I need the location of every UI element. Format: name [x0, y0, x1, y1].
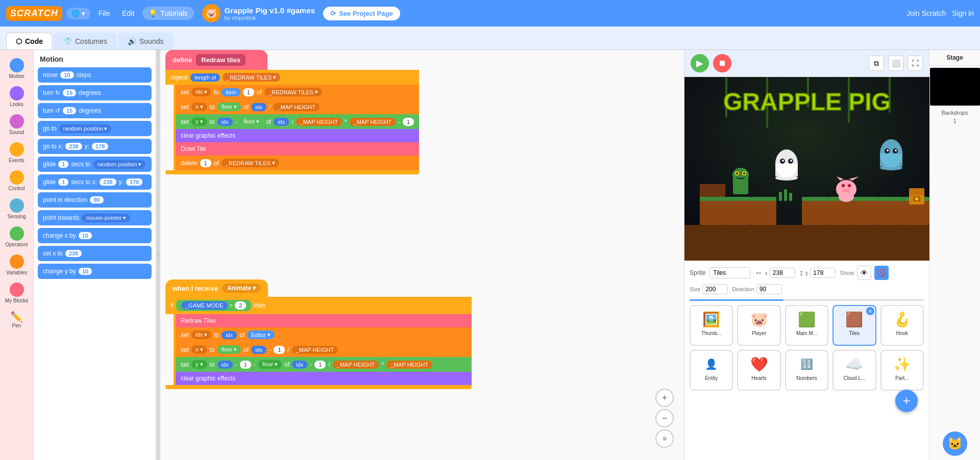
tutorials-button[interactable]: 💡 Tutorials [142, 7, 193, 20]
turn-ccw-value[interactable]: 15 [63, 107, 76, 114]
block-set-x[interactable]: set x to 238 [38, 246, 152, 261]
goto-y-value[interactable]: 178 [92, 143, 108, 150]
sprite-thumb-mainm[interactable]: 🟩 Main M... [785, 305, 828, 346]
fullscreen-button[interactable]: ⛶ [908, 56, 923, 71]
sprite-thumb-delete-icon[interactable]: ✕ [866, 307, 874, 315]
y-input[interactable] [810, 268, 836, 278]
scratch-cat-button[interactable]: 🐱 [943, 431, 967, 456]
sprite-thumb-cloudl[interactable]: ☁️ Cloud L... [832, 350, 876, 391]
sprite-header: Sprite ↔ x ↕ y Show 👁 🚫 [690, 266, 924, 294]
right-panel: ▶ ⏹ ⧉ ⬜ ⛶ [684, 50, 929, 460]
minus-1-value1[interactable]: 1 [274, 346, 285, 354]
sprite-name-input[interactable] [709, 267, 750, 278]
goto-x-value[interactable]: 238 [65, 143, 82, 150]
small-stage-button[interactable]: ⧉ [869, 56, 884, 71]
minus-1-value3[interactable]: 1 [314, 361, 326, 369]
sidebar-item-operators[interactable]: Operators [2, 223, 32, 250]
file-menu[interactable]: File [94, 7, 114, 19]
block-goto-random[interactable]: go to random position ▾ [38, 121, 152, 136]
sprite-thumb-tiles[interactable]: ✕ 🟫 Tiles [832, 305, 876, 346]
block-change-y[interactable]: change y by 10 [38, 264, 152, 279]
svg-rect-14 [878, 199, 904, 225]
sound-icon: 🔊 [128, 37, 136, 45]
block-goto-xy[interactable]: go to x: 238 y: 178 [38, 139, 152, 154]
one-value[interactable]: 1 [403, 118, 414, 126]
size-input[interactable] [702, 284, 728, 294]
see-project-button[interactable]: ⟳ See Project Page [323, 7, 400, 20]
block-move-steps[interactable]: move 10 steps [38, 67, 152, 83]
change-y-value[interactable]: 10 [79, 268, 92, 275]
minus-1-value2[interactable]: 1 [240, 361, 251, 369]
sidebar-item-motion[interactable]: Motion [2, 55, 32, 82]
set-x-value[interactable]: 238 [65, 250, 82, 257]
sidebar-item-looks[interactable]: Looks [2, 83, 32, 110]
sprite-thumb-hearts[interactable]: ❤️ Hearts [737, 350, 780, 391]
sidebar-item-variables[interactable]: Variables [2, 251, 32, 278]
x-input[interactable] [770, 268, 795, 278]
zoom-fit-button[interactable]: ≡ [655, 429, 674, 448]
sprite-thumb-numbers[interactable]: 🔢 Numbers [785, 350, 828, 391]
point-towards-dropdown[interactable]: mouse-pointer ▾ [82, 214, 130, 222]
script-area[interactable]: define Redraw tiles repeat length of _RE… [160, 50, 684, 460]
join-button[interactable]: Join Scratch [906, 9, 946, 17]
sprite-thumb-part[interactable]: ✨ Part... [880, 350, 924, 391]
edit-menu[interactable]: Edit [118, 7, 138, 19]
zoom-in-button[interactable]: + [655, 389, 674, 407]
sidebar-item-pen[interactable]: ✏️ Pen [2, 308, 32, 331]
svg-text:GRAPPLE PIG: GRAPPLE PIG [723, 88, 891, 115]
point-direction-value[interactable]: 90 [90, 196, 103, 203]
block-point-towards[interactable]: point towards mouse-pointer ▾ [38, 210, 152, 225]
sidebar-item-events[interactable]: Events [2, 139, 32, 166]
panel-divider[interactable] [156, 50, 160, 460]
show-eye-button[interactable]: 👁 [857, 266, 871, 280]
idx-ref3: idx [274, 118, 289, 126]
item-1-value[interactable]: 1 [243, 88, 254, 96]
block-point-direction[interactable]: point in direction 90 [38, 192, 152, 208]
tab-code[interactable]: ⬡ Code [6, 33, 53, 49]
sidebar-item-sound[interactable]: Sound [2, 111, 32, 138]
hide-eye-button[interactable]: 🚫 [874, 266, 889, 280]
thumb-img-numbers: 🔢 [794, 354, 819, 374]
tab-costumes[interactable]: 👕 Costumes [54, 33, 117, 49]
block-glide-xy[interactable]: glide 1 secs to x: 238 y: 178 [38, 174, 152, 190]
glide-secs-value[interactable]: 1 [58, 161, 68, 168]
sidebar-item-control[interactable]: Control [2, 167, 32, 194]
sign-in-button[interactable]: Sign in [952, 9, 974, 17]
sprite-thumb-thumbnail[interactable]: 🖼️ Thumb... [690, 305, 733, 346]
sound-label: Sound [9, 130, 24, 135]
goto-dropdown[interactable]: random position ▾ [59, 124, 111, 133]
move-steps-value[interactable]: 10 [60, 71, 74, 79]
block-glide-random[interactable]: glide 1 secs to random position ▾ [38, 157, 152, 172]
sprite-thumb-hook[interactable]: 🪝 Hook [880, 305, 924, 346]
change-x-value[interactable]: 10 [79, 232, 92, 239]
add-sprite-button[interactable]: + [895, 390, 918, 412]
block-turn-cw[interactable]: turn ↻ 15 degrees [38, 85, 152, 100]
big-stage-button[interactable]: ⬜ [888, 56, 903, 71]
when-receive-hat: when I receive Animate ▾ [165, 279, 268, 297]
sprite-thumb-player[interactable]: 🐷 Player [737, 305, 780, 346]
glide-xy-x[interactable]: 238 [100, 178, 116, 186]
glide-xy-secs[interactable]: 1 [58, 178, 68, 186]
set-label5: set [181, 346, 189, 353]
language-button[interactable]: 🌐 ▾ [66, 8, 90, 19]
glide-dropdown[interactable]: random position ▾ [93, 160, 145, 169]
sidebar-item-sensing[interactable]: Sensing [2, 195, 32, 222]
floor-dropdown4: floor ▾ [258, 360, 282, 369]
sidebar-item-myblocks[interactable]: My Blocks [2, 279, 32, 306]
glide-xy-y[interactable]: 178 [126, 178, 142, 186]
scratch-logo[interactable]: SCRATCH [6, 6, 62, 21]
delete-1-value[interactable]: 1 [200, 159, 211, 167]
block-change-x[interactable]: change x by 10 [38, 228, 152, 243]
tab-sounds[interactable]: 🔊 Sounds [118, 33, 173, 49]
game-mode-value[interactable]: 2 [235, 301, 246, 310]
repeat-label: repeat [170, 74, 188, 81]
stop-button[interactable]: ⏹ [713, 54, 731, 72]
block-turn-ccw[interactable]: turn ↺ 15 degrees [38, 103, 152, 118]
green-flag-button[interactable]: ▶ [691, 54, 709, 72]
zoom-out-button[interactable]: − [655, 409, 674, 427]
sprite-thumb-entity[interactable]: 👤 Entity [690, 350, 733, 391]
turn-cw-value[interactable]: 15 [63, 89, 76, 96]
svg-point-56 [743, 172, 745, 174]
sensing-dot [10, 198, 24, 213]
direction-input[interactable] [756, 284, 782, 294]
